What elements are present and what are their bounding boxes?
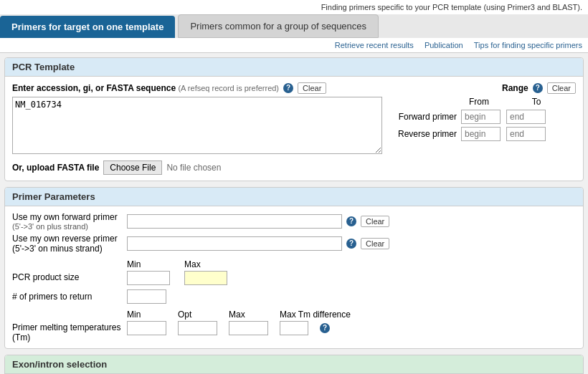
melt-opt-input[interactable]: 60.0	[178, 321, 217, 335]
exon-intron-header: Exon/intron selection	[5, 355, 583, 374]
pcr-template-section: PCR Template Enter accession, gi, or FAS…	[4, 57, 584, 181]
forward-own-help-icon[interactable]: ?	[346, 216, 356, 226]
reverse-end-input[interactable]	[506, 127, 546, 141]
sub-navigation: Retrieve recent results Publication Tips…	[0, 38, 588, 53]
from-col-label: From	[461, 97, 497, 107]
max-col-label: Max	[184, 259, 227, 269]
reverse-own-label: Use my own reverse primer (5'->3' on min…	[12, 234, 127, 254]
melt-max-diff-label: Max Tm difference	[280, 310, 366, 320]
forward-primer-label: Forward primer	[389, 112, 461, 122]
no-file-text: No file chosen	[166, 163, 221, 173]
melt-label: Primer melting temperatures (Tm)	[12, 310, 127, 342]
pcr-template-header: PCR Template	[5, 58, 583, 77]
publication-link[interactable]: Publication	[425, 41, 463, 49]
forward-own-label: Use my own forward primer	[12, 212, 127, 222]
choose-file-button[interactable]: Choose File	[103, 160, 162, 175]
melt-max-label: Max	[229, 310, 268, 320]
seq-input[interactable]: NM_016734	[12, 97, 382, 154]
num-primers-label: # of primers to return	[12, 292, 127, 302]
top-bar: Finding primers specific to your PCR tem…	[0, 0, 588, 14]
forward-own-sublabel: (5'->3' on plus strand)	[12, 222, 127, 231]
to-col-label: To	[518, 97, 554, 107]
tab-group-sequences[interactable]: Primers common for a group of sequences	[178, 14, 379, 38]
reverse-own-help-icon[interactable]: ?	[346, 239, 356, 249]
reverse-begin-input[interactable]	[461, 127, 501, 141]
pcr-min-input[interactable]: 80	[127, 271, 170, 285]
min-col-label: Min	[127, 259, 170, 269]
forward-begin-input[interactable]	[461, 110, 501, 124]
melt-opt-label: Opt	[178, 310, 217, 320]
reverse-primer-label: Reverse primer	[389, 129, 461, 139]
melt-help-icon[interactable]: ?	[320, 323, 330, 333]
seq-help-icon[interactable]: ?	[283, 83, 293, 93]
range-clear-button[interactable]: Clear	[547, 82, 576, 94]
forward-own-input[interactable]	[127, 214, 342, 229]
top-message: Finding primers specific to your PCR tem…	[321, 3, 582, 11]
tab-one-template[interactable]: Primers for target on one template	[0, 16, 175, 38]
melt-diff-input[interactable]: 3	[280, 321, 308, 335]
pcr-max-input[interactable]: 125	[184, 271, 227, 285]
primer-params-header: Primer Parameters	[5, 188, 583, 206]
upload-label: Or, upload FASTA file	[12, 163, 99, 173]
primer-params-section: Primer Parameters Use my own forward pri…	[4, 187, 584, 349]
seq-label: Enter accession, gi, or FASTA sequence (…	[12, 83, 279, 93]
range-label: Range	[502, 83, 528, 93]
forward-own-clear-button[interactable]: Clear	[361, 216, 389, 227]
forward-end-input[interactable]	[506, 110, 546, 124]
reverse-own-input[interactable]	[127, 236, 342, 251]
melt-min-label: Min	[127, 310, 166, 320]
retrieve-results-link[interactable]: Retrieve recent results	[335, 41, 414, 49]
reverse-own-clear-button[interactable]: Clear	[361, 238, 389, 249]
num-primers-input[interactable]: 10	[127, 289, 166, 304]
melt-min-input[interactable]: 57.0	[127, 321, 166, 335]
melt-max-input[interactable]: 63.0	[229, 321, 268, 335]
pcr-size-label: PCR product size	[12, 259, 127, 282]
tips-link[interactable]: Tips for finding specific primers	[474, 41, 582, 49]
exon-intron-section: Exon/intron selection A refseq mRNA sequ…	[4, 355, 584, 374]
seq-clear-button[interactable]: Clear	[298, 82, 326, 94]
range-help-icon[interactable]: ?	[533, 83, 543, 93]
